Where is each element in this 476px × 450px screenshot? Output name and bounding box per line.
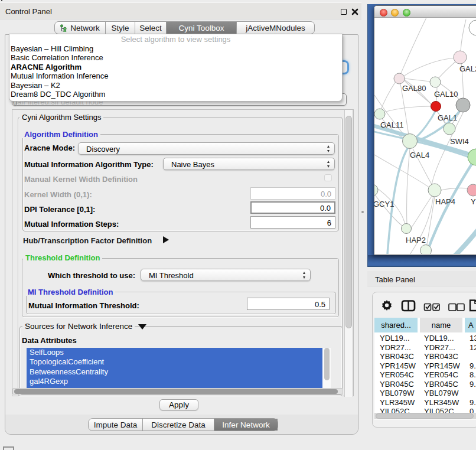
svg-text:GAL2: GAL2 bbox=[459, 64, 476, 73]
svg-text:HAP2: HAP2 bbox=[406, 236, 426, 244]
svg-text:GAL1: GAL1 bbox=[438, 113, 457, 122]
svg-text:GAL11: GAL11 bbox=[380, 120, 404, 129]
svg-text:GCY1: GCY1 bbox=[374, 200, 394, 208]
svg-text:GAL10: GAL10 bbox=[434, 90, 458, 99]
svg-text:HAP4: HAP4 bbox=[435, 197, 455, 206]
svg-text:GAL4: GAL4 bbox=[410, 151, 429, 159]
svg-text:Y: Y bbox=[471, 197, 476, 206]
svg-text:SWI4: SWI4 bbox=[450, 137, 469, 146]
svg-text:GAL80: GAL80 bbox=[402, 84, 426, 93]
